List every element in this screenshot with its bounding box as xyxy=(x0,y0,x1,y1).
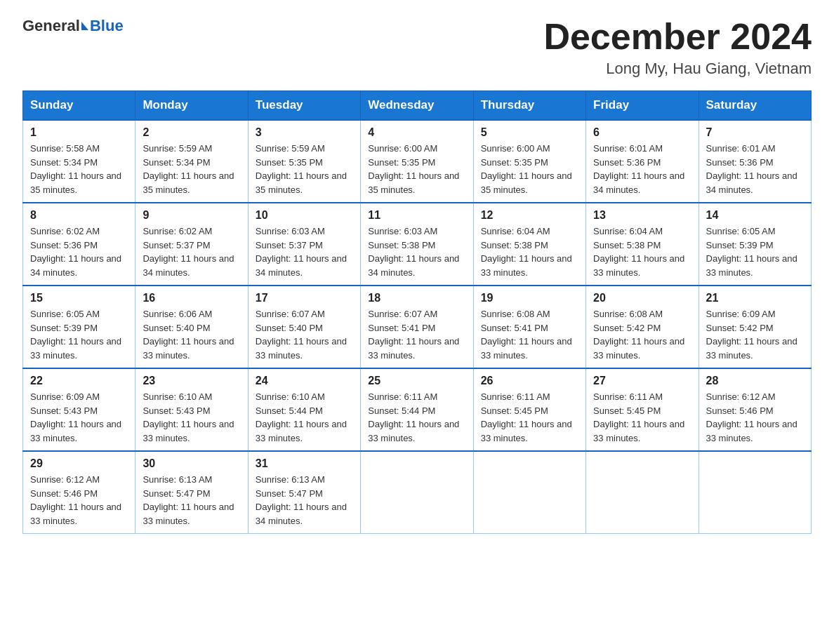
table-row: 3 Sunrise: 5:59 AMSunset: 5:35 PMDayligh… xyxy=(248,120,360,203)
table-row: 25 Sunrise: 6:11 AMSunset: 5:44 PMDaylig… xyxy=(361,368,473,451)
table-row: 23 Sunrise: 6:10 AMSunset: 5:43 PMDaylig… xyxy=(135,368,248,451)
header-sunday: Sunday xyxy=(23,91,135,121)
day-number: 17 xyxy=(256,292,353,304)
table-row: 12 Sunrise: 6:04 AMSunset: 5:38 PMDaylig… xyxy=(473,203,585,286)
day-number: 12 xyxy=(481,209,578,222)
day-number: 4 xyxy=(368,126,465,139)
day-info: Sunrise: 6:08 AMSunset: 5:42 PMDaylight:… xyxy=(593,309,684,361)
table-row: 24 Sunrise: 6:10 AMSunset: 5:44 PMDaylig… xyxy=(248,368,360,451)
day-info: Sunrise: 6:12 AMSunset: 5:46 PMDaylight:… xyxy=(706,391,797,443)
header-wednesday: Wednesday xyxy=(361,91,473,121)
table-row: 10 Sunrise: 6:03 AMSunset: 5:37 PMDaylig… xyxy=(248,203,360,286)
day-number: 19 xyxy=(481,292,578,304)
title-area: December 2024 Long My, Hau Giang, Vietna… xyxy=(543,17,812,78)
day-number: 22 xyxy=(30,375,128,387)
day-number: 23 xyxy=(143,375,240,387)
day-number: 29 xyxy=(30,457,128,470)
day-info: Sunrise: 6:05 AMSunset: 5:39 PMDaylight:… xyxy=(706,226,797,278)
table-row: 29 Sunrise: 6:12 AMSunset: 5:46 PMDaylig… xyxy=(23,451,135,534)
table-row: 14 Sunrise: 6:05 AMSunset: 5:39 PMDaylig… xyxy=(699,203,811,286)
day-info: Sunrise: 6:02 AMSunset: 5:36 PMDaylight:… xyxy=(30,226,121,278)
table-row: 16 Sunrise: 6:06 AMSunset: 5:40 PMDaylig… xyxy=(135,286,248,368)
day-info: Sunrise: 6:13 AMSunset: 5:47 PMDaylight:… xyxy=(256,474,347,526)
day-number: 28 xyxy=(706,375,804,387)
logo-triangle-icon xyxy=(81,22,88,30)
day-number: 9 xyxy=(143,209,240,222)
day-number: 30 xyxy=(143,457,240,470)
day-number: 5 xyxy=(481,126,578,139)
table-row xyxy=(361,451,473,534)
day-number: 2 xyxy=(143,126,240,139)
day-info: Sunrise: 6:10 AMSunset: 5:43 PMDaylight:… xyxy=(143,391,234,443)
month-title: December 2024 xyxy=(543,17,812,57)
day-info: Sunrise: 6:11 AMSunset: 5:45 PMDaylight:… xyxy=(593,391,684,443)
day-info: Sunrise: 6:09 AMSunset: 5:42 PMDaylight:… xyxy=(706,309,797,361)
day-number: 31 xyxy=(256,457,353,470)
header-monday: Monday xyxy=(135,91,248,121)
table-row: 27 Sunrise: 6:11 AMSunset: 5:45 PMDaylig… xyxy=(586,368,699,451)
day-number: 1 xyxy=(30,126,128,139)
week-row-5: 29 Sunrise: 6:12 AMSunset: 5:46 PMDaylig… xyxy=(23,451,812,534)
day-number: 18 xyxy=(368,292,465,304)
day-number: 11 xyxy=(368,209,465,222)
day-info: Sunrise: 6:08 AMSunset: 5:41 PMDaylight:… xyxy=(481,309,572,361)
calendar-table: Sunday Monday Tuesday Wednesday Thursday… xyxy=(22,90,812,534)
table-row xyxy=(586,451,699,534)
day-info: Sunrise: 6:11 AMSunset: 5:44 PMDaylight:… xyxy=(368,391,459,443)
day-number: 20 xyxy=(593,292,691,304)
day-info: Sunrise: 6:01 AMSunset: 5:36 PMDaylight:… xyxy=(706,143,797,195)
day-number: 10 xyxy=(256,209,353,222)
table-row: 4 Sunrise: 6:00 AMSunset: 5:35 PMDayligh… xyxy=(361,120,473,203)
table-row: 2 Sunrise: 5:59 AMSunset: 5:34 PMDayligh… xyxy=(135,120,248,203)
day-number: 26 xyxy=(481,375,578,387)
table-row: 17 Sunrise: 6:07 AMSunset: 5:40 PMDaylig… xyxy=(248,286,360,368)
table-row: 30 Sunrise: 6:13 AMSunset: 5:47 PMDaylig… xyxy=(135,451,248,534)
table-row: 15 Sunrise: 6:05 AMSunset: 5:39 PMDaylig… xyxy=(23,286,135,368)
header-row: Sunday Monday Tuesday Wednesday Thursday… xyxy=(23,91,812,121)
day-info: Sunrise: 6:04 AMSunset: 5:38 PMDaylight:… xyxy=(481,226,572,278)
day-number: 7 xyxy=(706,126,804,139)
table-row: 9 Sunrise: 6:02 AMSunset: 5:37 PMDayligh… xyxy=(135,203,248,286)
day-number: 3 xyxy=(256,126,353,139)
table-row: 11 Sunrise: 6:03 AMSunset: 5:38 PMDaylig… xyxy=(361,203,473,286)
day-info: Sunrise: 5:59 AMSunset: 5:35 PMDaylight:… xyxy=(256,143,347,195)
table-row: 20 Sunrise: 6:08 AMSunset: 5:42 PMDaylig… xyxy=(586,286,699,368)
day-info: Sunrise: 6:04 AMSunset: 5:38 PMDaylight:… xyxy=(593,226,684,278)
table-row xyxy=(699,451,811,534)
day-info: Sunrise: 6:05 AMSunset: 5:39 PMDaylight:… xyxy=(30,309,121,361)
table-row: 13 Sunrise: 6:04 AMSunset: 5:38 PMDaylig… xyxy=(586,203,699,286)
table-row: 19 Sunrise: 6:08 AMSunset: 5:41 PMDaylig… xyxy=(473,286,585,368)
table-row: 26 Sunrise: 6:11 AMSunset: 5:45 PMDaylig… xyxy=(473,368,585,451)
table-row: 21 Sunrise: 6:09 AMSunset: 5:42 PMDaylig… xyxy=(699,286,811,368)
day-info: Sunrise: 6:12 AMSunset: 5:46 PMDaylight:… xyxy=(30,474,121,526)
logo: General Blue xyxy=(22,17,124,35)
day-number: 21 xyxy=(706,292,804,304)
day-info: Sunrise: 6:06 AMSunset: 5:40 PMDaylight:… xyxy=(143,309,234,361)
page-header: General Blue December 2024 Long My, Hau … xyxy=(22,17,812,78)
logo-general-text: General xyxy=(22,17,80,35)
table-row: 8 Sunrise: 6:02 AMSunset: 5:36 PMDayligh… xyxy=(23,203,135,286)
day-number: 16 xyxy=(143,292,240,304)
table-row: 22 Sunrise: 6:09 AMSunset: 5:43 PMDaylig… xyxy=(23,368,135,451)
day-info: Sunrise: 5:58 AMSunset: 5:34 PMDaylight:… xyxy=(30,143,121,195)
day-number: 15 xyxy=(30,292,128,304)
day-info: Sunrise: 5:59 AMSunset: 5:34 PMDaylight:… xyxy=(143,143,234,195)
day-info: Sunrise: 6:13 AMSunset: 5:47 PMDaylight:… xyxy=(143,474,234,526)
header-tuesday: Tuesday xyxy=(248,91,360,121)
day-info: Sunrise: 6:02 AMSunset: 5:37 PMDaylight:… xyxy=(143,226,234,278)
table-row: 1 Sunrise: 5:58 AMSunset: 5:34 PMDayligh… xyxy=(23,120,135,203)
day-number: 13 xyxy=(593,209,691,222)
day-number: 8 xyxy=(30,209,128,222)
week-row-3: 15 Sunrise: 6:05 AMSunset: 5:39 PMDaylig… xyxy=(23,286,812,368)
table-row: 31 Sunrise: 6:13 AMSunset: 5:47 PMDaylig… xyxy=(248,451,360,534)
day-info: Sunrise: 6:00 AMSunset: 5:35 PMDaylight:… xyxy=(481,143,572,195)
table-row xyxy=(473,451,585,534)
table-row: 18 Sunrise: 6:07 AMSunset: 5:41 PMDaylig… xyxy=(361,286,473,368)
day-number: 24 xyxy=(256,375,353,387)
day-info: Sunrise: 6:03 AMSunset: 5:38 PMDaylight:… xyxy=(368,226,459,278)
day-info: Sunrise: 6:09 AMSunset: 5:43 PMDaylight:… xyxy=(30,391,121,443)
header-thursday: Thursday xyxy=(473,91,585,121)
table-row: 28 Sunrise: 6:12 AMSunset: 5:46 PMDaylig… xyxy=(699,368,811,451)
header-saturday: Saturday xyxy=(699,91,811,121)
day-info: Sunrise: 6:03 AMSunset: 5:37 PMDaylight:… xyxy=(256,226,347,278)
